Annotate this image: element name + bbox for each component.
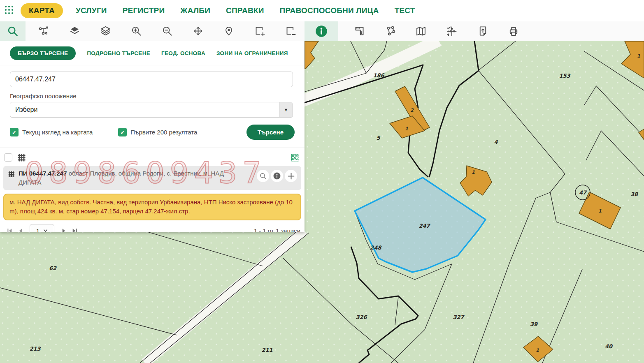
- measure-area-icon[interactable]: [377, 21, 403, 41]
- tab-restriction-zones[interactable]: ЗОНИ НА ОГРАНИЧЕНИЯ: [216, 50, 288, 56]
- page-select[interactable]: 1: [30, 224, 54, 233]
- tab-geodetic-base[interactable]: ГЕОД. ОСНОВА: [161, 50, 205, 56]
- search-tabs: БЪРЗО ТЪРСЕНЕ ПОДРОБНО ТЪРСЕНЕ ГЕОД. ОСН…: [0, 41, 305, 65]
- tab-detailed-search[interactable]: ПОДРОБНО ТЪРСЕНЕ: [87, 50, 150, 56]
- result-parcel-id: ПИ 06447.47.247: [19, 170, 67, 177]
- toolbar-left: [0, 21, 305, 41]
- geo-position-value: Избери: [10, 106, 279, 113]
- top-navbar: КАРТА УСЛУГИ РЕГИСТРИ ЖАЛБИ СПРАВКИ ПРАВ…: [0, 0, 644, 21]
- page-number: 1: [36, 227, 40, 233]
- search-icon[interactable]: [0, 21, 26, 41]
- current-map-view-checkbox[interactable]: [10, 128, 19, 136]
- chevron-down-icon[interactable]: [279, 102, 293, 117]
- selected-parcel-label: 247: [418, 223, 430, 229]
- zoom-out-icon[interactable]: [154, 21, 180, 41]
- parcel-label: 326: [356, 314, 367, 320]
- map-toolbar: [0, 21, 644, 41]
- nav-item-karta[interactable]: КАРТА: [21, 3, 63, 18]
- parcel-label: 39: [530, 321, 538, 327]
- building-label: 2: [410, 107, 414, 113]
- last-page-icon[interactable]: [69, 225, 80, 232]
- parcel-label: 38: [630, 191, 639, 197]
- building-label: 1: [598, 208, 602, 214]
- parcel-label-circled: 47: [579, 190, 587, 196]
- nav-item-pravosposobni-litsa[interactable]: ПРАВОСПОСОБНИ ЛИЦА: [280, 6, 379, 15]
- parcel-label: 213: [29, 346, 41, 352]
- parcel-label: 327: [453, 314, 465, 320]
- tab-quick-search[interactable]: БЪРЗО ТЪРСЕНЕ: [10, 46, 76, 60]
- parcel-label: 5: [376, 135, 380, 141]
- result-row[interactable]: ПИ 06447.47.247 област Пловдив, община Р…: [3, 166, 301, 190]
- result-detail-box: м. НАД ДИГАТА, вид собств. Частна, вид т…: [3, 194, 301, 220]
- parcel-label: 62: [49, 265, 57, 271]
- search-button[interactable]: Търсене: [246, 125, 295, 140]
- layer-select-icon[interactable]: [31, 21, 56, 41]
- next-page-icon[interactable]: [58, 225, 69, 232]
- nav-item-registri[interactable]: РЕГИСТРИ: [123, 6, 165, 15]
- building-label: 1: [472, 169, 475, 175]
- result-info-icon[interactable]: [271, 170, 283, 182]
- first-page-icon[interactable]: [4, 225, 15, 232]
- first-200-results-checkbox[interactable]: [118, 128, 127, 136]
- building-label: 1: [536, 347, 539, 353]
- prev-page-icon[interactable]: [15, 225, 26, 232]
- result-text: ПИ 06447.47.247 област Пловдив, община Р…: [19, 169, 232, 187]
- building-label: 1: [405, 126, 408, 132]
- layers-icon[interactable]: [93, 21, 118, 41]
- toolbar-right: [305, 21, 644, 41]
- measure-length-icon[interactable]: [346, 21, 372, 41]
- export-icon[interactable]: [470, 21, 495, 41]
- layers-filled-icon[interactable]: [62, 21, 87, 41]
- box-plus-icon[interactable]: [247, 21, 272, 41]
- building-label: 1: [637, 53, 640, 59]
- current-map-view-label: Текущ изглед на картата: [22, 129, 93, 136]
- result-actions: [257, 170, 297, 182]
- select-all-checkbox[interactable]: [4, 153, 12, 162]
- parcel-label: 248: [370, 245, 382, 251]
- box-minus-icon[interactable]: [278, 21, 303, 41]
- nav-item-uslugi[interactable]: УСЛУГИ: [76, 6, 107, 15]
- search-panel: БЪРЗО ТЪРСЕНЕ ПОДРОБНО ТЪРСЕНЕ ГЕОД. ОСН…: [0, 41, 305, 232]
- zoom-in-icon[interactable]: [123, 21, 149, 41]
- parcel-label: 40: [605, 343, 613, 349]
- info-icon[interactable]: [305, 21, 338, 41]
- result-zoom-icon[interactable]: [257, 170, 269, 182]
- zoom-to-results-icon[interactable]: [290, 153, 300, 162]
- nav-item-spravki[interactable]: СПРАВКИ: [226, 6, 264, 15]
- grid-hash-icon: [16, 153, 26, 162]
- map-sheets-icon[interactable]: [408, 21, 434, 41]
- pan-icon[interactable]: [185, 21, 211, 41]
- road-label: 186: [373, 72, 385, 79]
- geo-position-select[interactable]: Избери: [10, 102, 293, 118]
- first-200-results-label: Първите 200 резултата: [130, 129, 197, 136]
- search-input[interactable]: [10, 72, 293, 87]
- nav-item-zhalbi[interactable]: ЖАЛБИ: [180, 6, 210, 15]
- search-options: Текущ изглед на картата Първите 200 резу…: [10, 125, 295, 140]
- parcel-label: 153: [559, 73, 570, 79]
- pagination-summary: 1 - 1 от 1 записи: [254, 227, 300, 233]
- parcel-hash-icon: [7, 170, 15, 178]
- coordinates-icon[interactable]: [439, 21, 465, 41]
- result-add-icon[interactable]: [285, 170, 297, 182]
- geo-position-label: Географско положение: [10, 92, 295, 99]
- nav-item-test[interactable]: ТЕСТ: [395, 6, 415, 15]
- apps-grid-icon[interactable]: [4, 5, 15, 17]
- print-icon[interactable]: [501, 21, 526, 41]
- location-pin-icon[interactable]: [216, 21, 242, 41]
- pagination: 1 1 - 1 от 1 записи: [4, 224, 300, 233]
- results-toolbar: [0, 148, 305, 165]
- parcel-label: 211: [261, 347, 272, 353]
- parcel-label: 4: [494, 139, 498, 145]
